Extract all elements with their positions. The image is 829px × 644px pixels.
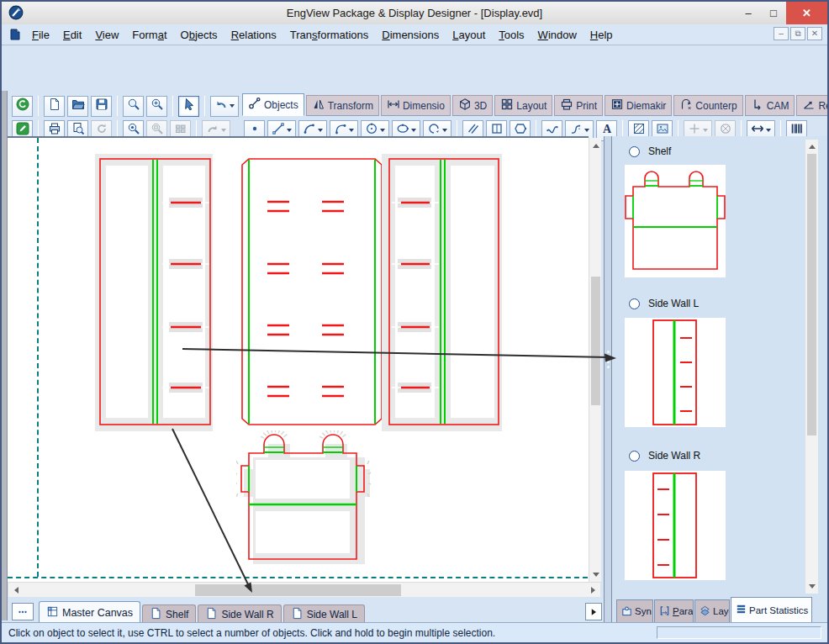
page-icon: [205, 607, 218, 622]
menu-item-help[interactable]: Help: [583, 24, 620, 45]
camTab-icon: [751, 98, 764, 113]
menu-item-tools[interactable]: Tools: [492, 24, 531, 45]
find-button[interactable]: [123, 96, 144, 117]
ribbon-tab-dimensio[interactable]: Dimensio: [381, 95, 451, 116]
dimensionTab-icon: [387, 98, 400, 113]
panel-tab-syn[interactable]: Syn: [616, 599, 653, 622]
undo-button[interactable]: [210, 96, 239, 117]
new-document-button[interactable]: [44, 96, 65, 117]
menu-item-format[interactable]: Format: [125, 24, 173, 45]
ribbon-tab-label: 3D: [474, 100, 487, 112]
panel-tab-label: Syn: [635, 606, 652, 616]
part-side-wall-r[interactable]: [379, 151, 505, 434]
part-option-label: Side Wall L: [648, 298, 699, 309]
part-shelf[interactable]: [236, 430, 379, 573]
mdi-restore-button[interactable]: ⧉: [790, 27, 805, 40]
next-tab-button[interactable]: [585, 603, 602, 620]
tab-overflow-button[interactable]: [12, 603, 34, 620]
guide-horizontal: [8, 577, 588, 578]
select-arrow-icon: [182, 98, 196, 114]
ribbon-tab-label: Layout: [516, 100, 547, 112]
menu-item-transformations[interactable]: Transformations: [283, 24, 375, 45]
minimize-button[interactable]: –: [737, 2, 760, 24]
menu-item-file[interactable]: File: [25, 24, 56, 45]
part-option-side-wall-l[interactable]: Side Wall L: [629, 298, 699, 309]
panel-vertical-scrollbar[interactable]: [805, 140, 818, 594]
part-back-panel[interactable]: [239, 156, 385, 429]
part-side-wall-l[interactable]: [95, 151, 214, 434]
diemakerTab-icon: [610, 98, 624, 113]
mdi-minimize-button[interactable]: –: [774, 27, 789, 40]
part-thumbnail-shelf[interactable]: [625, 165, 726, 277]
panel-tab-laye[interactable]: Laye: [694, 599, 730, 622]
statistics-icon: [735, 603, 747, 617]
ribbon-tab-3d[interactable]: 3D: [452, 95, 493, 116]
ribbon-tab-transform[interactable]: Transform: [306, 95, 379, 116]
ribbon-tab-diemakir[interactable]: Diemakir: [605, 95, 672, 116]
ribbon-tab-label: Diemakir: [626, 100, 666, 112]
guide-vertical: [37, 138, 39, 577]
canvas-tab-label: Master Canvas: [62, 607, 133, 619]
canvas-tab-side-wall-r[interactable]: Side Wall R: [198, 604, 281, 623]
panel-tab-para[interactable]: Para: [654, 599, 694, 622]
ribbon-tab-counterp[interactable]: Counterp: [673, 95, 742, 116]
title-bar: EngView Package & Display Designer - [Di…: [2, 2, 827, 24]
hscroll-thumb[interactable]: [195, 584, 401, 596]
menu-item-relations[interactable]: Relations: [224, 24, 283, 45]
mdi-close-button[interactable]: ✕: [807, 27, 822, 40]
panel-scroll-thumb[interactable]: [807, 154, 816, 435]
menu-item-view[interactable]: View: [88, 24, 125, 45]
radio-icon[interactable]: [629, 451, 640, 462]
open-file-icon: [71, 98, 85, 114]
radio-icon[interactable]: [629, 146, 640, 157]
canvas-tab-master-canvas[interactable]: Master Canvas: [39, 601, 140, 623]
part-thumbnail-side-wall-l[interactable]: [625, 318, 726, 427]
vscroll-thumb[interactable]: [591, 277, 600, 405]
ribbon-tab-layout[interactable]: Layout: [494, 95, 552, 116]
open-file-button[interactable]: [67, 96, 88, 117]
objectsTab-icon: [248, 97, 261, 113]
menu-item-dimensions[interactable]: Dimensions: [375, 24, 446, 45]
part-thumbnail-side-wall-r[interactable]: [625, 471, 726, 580]
master-canvas-icon: [46, 605, 59, 620]
transformTab-icon: [312, 98, 325, 113]
select-arrow-button[interactable]: [178, 96, 199, 117]
design-canvas[interactable]: [8, 136, 589, 582]
maximize-button[interactable]: □: [762, 2, 785, 24]
canvas-vertical-scrollbar[interactable]: [589, 138, 601, 582]
part-option-side-wall-r[interactable]: Side Wall R: [629, 450, 700, 462]
menu-items: FileEditViewFormatObjectsRelationsTransf…: [25, 24, 620, 45]
zoom-window-icon: [150, 98, 164, 114]
radio-icon[interactable]: [629, 298, 640, 309]
close-button[interactable]: ✕: [786, 2, 827, 24]
relationsTab-icon: [802, 98, 816, 113]
save-file-icon: [95, 98, 108, 114]
panel-splitter[interactable]: [604, 136, 612, 622]
threedTab-icon: [458, 98, 472, 113]
document-icon: [8, 28, 22, 41]
engview-sync-button[interactable]: [12, 96, 33, 117]
mdi-window-buttons: –⧉✕: [774, 27, 822, 40]
menu-item-window[interactable]: Window: [531, 24, 583, 45]
menu-item-layout[interactable]: Layout: [446, 24, 492, 45]
canvas-tab-label: Side Wall L: [307, 609, 357, 620]
page-icon: [291, 607, 304, 622]
ribbon-tab-relations[interactable]: Relations: [796, 95, 829, 116]
canvas-tab-side-wall-l[interactable]: Side Wall L: [283, 604, 365, 623]
canvas-tab-shelf[interactable]: Shelf: [142, 604, 196, 623]
canvas-horizontal-scrollbar[interactable]: [8, 582, 600, 597]
ribbon-tab-cam[interactable]: CAM: [745, 95, 795, 116]
ribbon-tab-print[interactable]: Print: [554, 95, 603, 116]
find-icon: [127, 98, 140, 114]
menu-item-objects[interactable]: Objects: [174, 24, 224, 45]
save-file-button[interactable]: [91, 96, 112, 117]
zoom-window-button[interactable]: [146, 96, 167, 117]
canvas-tab-strip: Master CanvasShelfSide Wall RSide Wall L: [8, 600, 600, 623]
menu-bar: FileEditViewFormatObjectsRelationsTransf…: [2, 24, 827, 45]
part-option-shelf[interactable]: Shelf: [629, 145, 671, 157]
canvas-tab-label: Shelf: [166, 609, 188, 620]
ribbon-tab-objects[interactable]: Objects: [242, 93, 304, 116]
layers-icon: [699, 604, 711, 619]
menu-item-edit[interactable]: Edit: [56, 24, 88, 45]
panel-tab-part-statistics[interactable]: Part Statistics: [731, 597, 812, 622]
